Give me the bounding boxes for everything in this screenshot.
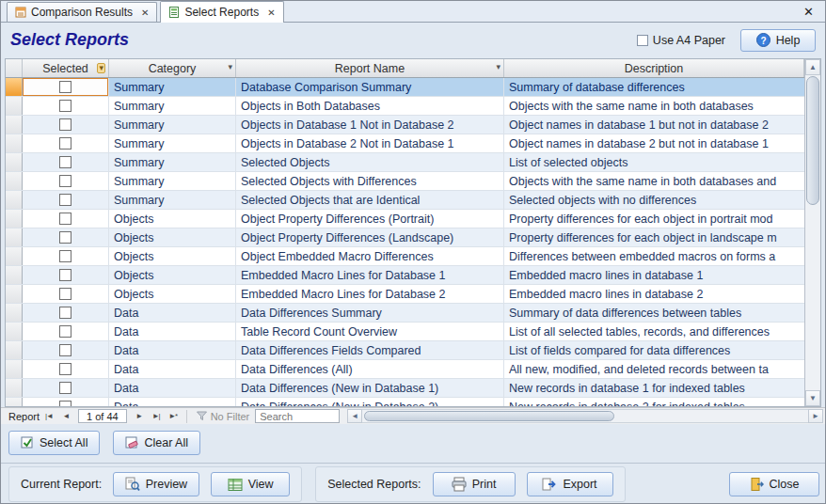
row-checkbox[interactable]: [59, 231, 71, 244]
cell-selected[interactable]: [23, 285, 109, 303]
cell-category[interactable]: Objects: [109, 228, 236, 246]
row-selector[interactable]: [6, 247, 23, 265]
row-selector[interactable]: [6, 78, 23, 96]
table-row[interactable]: Objects Object Property Differences (Lan…: [6, 228, 804, 247]
table-row[interactable]: Data Data Differences (New in Database 1…: [6, 379, 804, 398]
print-button[interactable]: Print: [433, 472, 516, 496]
row-selector[interactable]: [6, 379, 23, 397]
table-row[interactable]: Data Data Differences Fields Compared Li…: [6, 341, 804, 360]
filter-dropdown-icon[interactable]: ▾: [496, 63, 500, 71]
table-row[interactable]: Objects Embedded Macro Lines for Databas…: [6, 266, 804, 285]
row-selector[interactable]: [6, 97, 23, 115]
cell-report-name[interactable]: Objects in Both Databases: [236, 97, 504, 115]
cell-category[interactable]: Data: [109, 304, 236, 322]
cell-description[interactable]: Object names in database 2 but not in da…: [504, 134, 804, 152]
cell-category[interactable]: Summary: [109, 153, 236, 171]
table-row[interactable]: Data Data Differences (New in Database 2…: [6, 398, 804, 406]
row-selector[interactable]: [6, 134, 23, 152]
scroll-right-icon[interactable]: ►: [808, 409, 823, 423]
cell-selected[interactable]: [23, 304, 109, 322]
cell-selected[interactable]: [23, 153, 109, 171]
cell-description[interactable]: Property differences for each object in …: [504, 228, 804, 246]
row-selector[interactable]: [6, 341, 23, 359]
vertical-scrollbar[interactable]: ▲ ▼: [804, 59, 820, 406]
use-a4-paper-option[interactable]: Use A4 Paper: [637, 34, 725, 47]
cell-selected[interactable]: [23, 134, 109, 152]
cell-category[interactable]: Data: [109, 379, 236, 397]
table-row[interactable]: Objects Embedded Macro Lines for Databas…: [6, 285, 804, 304]
cell-description[interactable]: Objects with the same name in both datab…: [504, 97, 804, 115]
cell-report-name[interactable]: Data Differences (New in Database 1): [236, 379, 504, 397]
cell-category[interactable]: Data: [109, 323, 236, 340]
cell-description[interactable]: List of all selected tables, records, an…: [504, 323, 804, 340]
row-selector[interactable]: [6, 172, 23, 190]
horizontal-scrollbar-thumb[interactable]: [364, 411, 613, 421]
table-row[interactable]: Summary Objects in Database 2 Not in Dat…: [6, 134, 804, 153]
scroll-left-icon[interactable]: ◄: [347, 409, 362, 423]
row-selector[interactable]: [6, 285, 23, 303]
cell-description[interactable]: Summary of database differences: [504, 78, 804, 96]
cell-selected[interactable]: [23, 228, 109, 246]
table-row[interactable]: Summary Selected Objects with Difference…: [6, 172, 804, 191]
cell-report-name[interactable]: Embedded Macro Lines for Database 2: [236, 285, 504, 303]
cell-selected[interactable]: [23, 398, 109, 406]
row-checkbox[interactable]: [59, 269, 71, 281]
cell-selected[interactable]: [23, 116, 109, 134]
row-checkbox[interactable]: [59, 363, 71, 375]
row-selector[interactable]: [6, 398, 23, 406]
table-row[interactable]: Summary Selected Objects that are Identi…: [6, 191, 804, 210]
row-checkbox[interactable]: [59, 344, 71, 356]
column-header-report-name[interactable]: Report Name ▾: [236, 59, 504, 77]
cell-category[interactable]: Data: [109, 398, 236, 406]
select-all-button[interactable]: Select All: [8, 431, 100, 455]
table-row[interactable]: Summary Objects in Database 1 Not in Dat…: [6, 116, 804, 134]
cell-description[interactable]: List of selected objects: [504, 153, 804, 171]
cell-category[interactable]: Summary: [109, 97, 236, 115]
previous-record-icon[interactable]: ◄: [58, 409, 73, 424]
new-record-icon[interactable]: ►*: [166, 409, 181, 424]
row-checkbox[interactable]: [59, 137, 71, 150]
cell-report-name[interactable]: Selected Objects with Differences: [236, 172, 504, 190]
row-checkbox[interactable]: [59, 250, 71, 262]
cell-category[interactable]: Summary: [109, 116, 236, 134]
row-checkbox[interactable]: [59, 288, 71, 300]
cell-category[interactable]: Objects: [109, 247, 236, 265]
cell-description[interactable]: All new, modified, and deleted records b…: [504, 360, 804, 378]
row-selector[interactable]: [6, 360, 23, 378]
cell-description[interactable]: Objects with the same name in both datab…: [504, 172, 804, 190]
table-row[interactable]: Summary Selected Objects List of selecte…: [6, 153, 804, 172]
cell-description[interactable]: New records in database 1 for indexed ta…: [504, 379, 804, 397]
table-row[interactable]: Objects Object Property Differences (Por…: [6, 210, 804, 228]
cell-selected[interactable]: [23, 210, 109, 228]
row-selector[interactable]: [6, 116, 23, 134]
cell-category[interactable]: Objects: [109, 266, 236, 284]
cell-report-name[interactable]: Objects in Database 2 Not in Database 1: [236, 134, 504, 152]
row-checkbox[interactable]: [59, 382, 71, 394]
scroll-down-icon[interactable]: ▼: [805, 390, 820, 406]
horizontal-scrollbar[interactable]: ◄ ►: [347, 409, 823, 424]
cell-description[interactable]: Differences between embedded macros on f…: [504, 247, 804, 265]
row-checkbox[interactable]: [59, 100, 71, 112]
cell-category[interactable]: Data: [109, 360, 236, 378]
cell-report-name[interactable]: Data Differences (New in Database 2): [236, 398, 504, 406]
last-record-icon[interactable]: ►|: [149, 409, 164, 424]
tab-select-reports[interactable]: Select Reports ✕: [160, 1, 283, 23]
cell-description[interactable]: Embedded macro lines in database 1: [504, 266, 804, 284]
cell-description[interactable]: Selected objects with no differences: [504, 191, 804, 209]
row-checkbox[interactable]: [59, 81, 71, 93]
filter-dropdown-icon[interactable]: ▾: [97, 63, 105, 73]
row-selector[interactable]: [6, 191, 23, 209]
cell-description[interactable]: Embedded macro lines in database 2: [504, 285, 804, 303]
row-checkbox[interactable]: [59, 156, 71, 168]
scroll-up-icon[interactable]: ▲: [805, 59, 820, 75]
help-button[interactable]: ? Help: [740, 29, 816, 52]
cell-report-name[interactable]: Data Differences Summary: [236, 304, 504, 322]
table-row[interactable]: Summary Objects in Both Databases Object…: [6, 97, 804, 116]
row-checkbox[interactable]: [59, 175, 71, 187]
row-selector[interactable]: [6, 304, 23, 322]
row-selector[interactable]: [6, 210, 23, 228]
tab-close-icon[interactable]: ✕: [267, 8, 275, 18]
cell-description[interactable]: New records in database 2 for indexed ta…: [504, 398, 804, 406]
cell-description[interactable]: List of fields compared for data differe…: [504, 341, 804, 359]
row-checkbox[interactable]: [59, 401, 71, 406]
